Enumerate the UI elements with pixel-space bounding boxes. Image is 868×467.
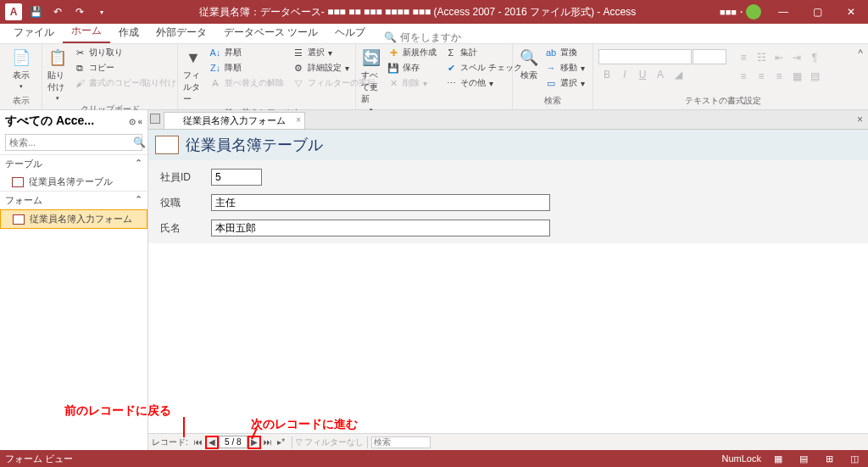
close-form-button[interactable]: × [857, 114, 863, 125]
refresh-all-button[interactable]: 🔄 すべて更新 ▾ [361, 46, 381, 114]
save-record-button[interactable]: 💾保存 [385, 61, 439, 75]
font-color-button[interactable]: A [652, 66, 669, 83]
prev-record-button[interactable]: ◀ [205, 436, 219, 449]
sort-desc-button[interactable]: Z↓降順 [207, 61, 287, 75]
delete-record-button[interactable]: ✕削除 ▾ [385, 76, 439, 90]
datasheet-view-button[interactable]: ▤ [795, 452, 812, 465]
bullets-button[interactable]: ≡ [735, 49, 752, 66]
form-detail: 社員ID 役職 氏名 [148, 160, 868, 253]
tab-external-data[interactable]: 外部データ [147, 22, 215, 43]
minimize-button[interactable]: — [766, 0, 800, 24]
select-button[interactable]: ▭選択 ▾ [542, 76, 587, 90]
toggle-filter-icon: ▽ [292, 77, 304, 89]
user-avatar[interactable] [746, 4, 761, 19]
collapse-ribbon-button[interactable]: ^ [853, 44, 868, 109]
new-record-button[interactable]: ✚新規作成 [385, 46, 439, 59]
nav-item-table[interactable]: 従業員名簿テーブル [0, 173, 147, 191]
nav-item-form[interactable]: 従業員名簿入力フォーム [0, 209, 147, 229]
field-id-label: 社員ID [160, 170, 211, 185]
redo-icon[interactable]: ↷ [71, 3, 88, 20]
indent-dec-button[interactable]: ⇤ [771, 49, 787, 66]
maximize-button[interactable]: ▢ [800, 0, 834, 24]
format-painter-button[interactable]: 🖌書式のコピー/貼り付け [71, 76, 179, 90]
remove-sort-icon: A̶ [209, 77, 221, 89]
record-selector[interactable] [150, 114, 160, 124]
qat-customize-icon[interactable]: ▾ [93, 3, 110, 20]
user-name-masked: ■■■・ [720, 6, 746, 19]
last-record-button[interactable]: ⏭ [261, 436, 275, 449]
cut-button[interactable]: ✂切り取り [71, 46, 179, 59]
advanced-icon: ⚙ [292, 62, 304, 74]
find-icon: 🔍 [519, 47, 539, 68]
nav-title: すべての Acce... [5, 114, 94, 129]
font-family-select[interactable] [598, 49, 692, 64]
nav-search-input[interactable] [6, 137, 130, 147]
content-area: すべての Acce... ⊙ « 🔍 テーブル⌃ 従業員名簿テーブル フォーム⌃… [0, 110, 868, 450]
form-tab-title: 従業員名簿入力フォーム [183, 114, 286, 127]
text-direction-button[interactable]: ¶ [806, 49, 823, 66]
nav-search[interactable]: 🔍 [5, 134, 142, 151]
indent-inc-button[interactable]: ⇥ [788, 49, 805, 66]
close-button[interactable]: ✕ [834, 0, 868, 24]
tab-close-icon[interactable]: × [296, 115, 301, 125]
save-icon[interactable]: 💾 [27, 3, 44, 20]
spelling-icon: ✔ [445, 62, 457, 74]
tab-create[interactable]: 作成 [110, 22, 147, 43]
find-button[interactable]: 🔍 検索 [518, 46, 539, 81]
status-bar: フォーム ビュー NumLock ▦ ▤ ⊞ ◫ [0, 450, 868, 467]
next-record-button[interactable]: ▶ [248, 436, 261, 449]
nav-dropdown-icon[interactable]: ⊙ « [129, 117, 142, 126]
goto-button[interactable]: →移動 ▾ [542, 61, 587, 75]
recnav-search-input[interactable] [371, 436, 431, 448]
bold-button[interactable]: B [598, 66, 615, 83]
remove-sort-button[interactable]: A̶並べ替えの解除 [207, 76, 287, 90]
view-icon: 📄 [11, 47, 31, 68]
align-center-button[interactable]: ≡ [753, 68, 770, 85]
first-record-button[interactable]: ⏮ [192, 436, 205, 449]
filter-button[interactable]: ▼ フィルター [183, 46, 203, 105]
font-size-select[interactable] [693, 49, 726, 64]
nav-group-forms[interactable]: フォーム⌃ [0, 191, 147, 209]
tell-me-input[interactable] [400, 31, 502, 43]
field-role-input[interactable] [211, 194, 550, 211]
align-right-button[interactable]: ≡ [771, 68, 787, 85]
underline-button[interactable]: U [634, 66, 651, 83]
form-header-icon [155, 136, 179, 154]
more-icon: ⋯ [445, 77, 457, 89]
design-view-button[interactable]: ◫ [846, 452, 863, 465]
tab-help[interactable]: ヘルプ [326, 22, 374, 43]
align-left-button[interactable]: ≡ [735, 68, 752, 85]
goto-icon: → [545, 62, 557, 74]
tell-me-search[interactable]: 🔍 [384, 31, 502, 43]
sort-asc-button[interactable]: A↓昇順 [207, 46, 287, 59]
numbering-button[interactable]: ☷ [753, 49, 770, 66]
copy-button[interactable]: ⧉コピー [71, 61, 179, 75]
paste-button[interactable]: 📋 貼り付け ▾ [47, 46, 68, 102]
form-view-button[interactable]: ▦ [770, 452, 787, 465]
gridlines-button[interactable]: ▦ [788, 68, 805, 85]
field-name-input[interactable] [211, 220, 550, 236]
new-record-nav-button[interactable]: ▸* [275, 436, 288, 449]
document-tabs: 従業員名簿入力フォーム × × [148, 110, 868, 129]
undo-icon[interactable]: ↶ [49, 3, 66, 20]
form-header: 従業員名簿テーブル [148, 130, 868, 160]
view-button[interactable]: 📄 表示 ▾ [5, 46, 36, 90]
delete-icon: ✕ [387, 77, 399, 89]
form-tab[interactable]: 従業員名簿入力フォーム × [164, 112, 305, 129]
nav-group-tables[interactable]: テーブル⌃ [0, 154, 147, 173]
alt-row-color-button[interactable]: ▤ [806, 68, 823, 85]
access-app-icon[interactable]: A [5, 3, 22, 20]
italic-button[interactable]: I [616, 66, 633, 83]
replace-button[interactable]: ab置換 [542, 46, 587, 59]
fill-color-button[interactable]: ◢ [670, 66, 687, 83]
save-icon: 💾 [387, 62, 399, 74]
select-icon: ▭ [545, 77, 557, 89]
field-id-input[interactable] [211, 169, 262, 186]
record-position-input[interactable] [219, 436, 248, 448]
layout-view-button[interactable]: ⊞ [821, 452, 837, 465]
tab-database-tools[interactable]: データベース ツール [215, 22, 326, 43]
tab-home[interactable]: ホーム [63, 20, 110, 43]
replace-icon: ab [545, 47, 557, 58]
refresh-icon: 🔄 [361, 47, 381, 68]
tab-file[interactable]: ファイル [5, 22, 63, 43]
